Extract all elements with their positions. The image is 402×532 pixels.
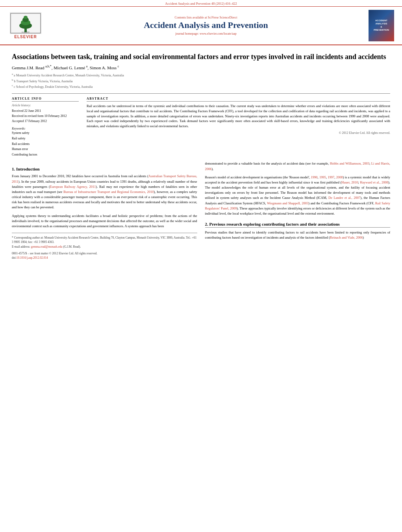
intro-right-para-1: demonstrated to provide a valuable basis… xyxy=(205,161,391,171)
journal-cover-image: ACCIDENT ANALYSIS & PREVENTION xyxy=(369,10,394,41)
abstract-text: Rail accidents can be understood in term… xyxy=(87,104,390,129)
svg-text:ELSEVIER: ELSEVIER xyxy=(22,31,30,33)
accepted-date: Accepted 17 February 2012 xyxy=(12,119,79,124)
intro-para-2: Applying systems theory to understanding… xyxy=(12,213,197,229)
previous-research-section: 2. Previous research exploring contribut… xyxy=(205,222,391,240)
body-left-column: 1. Introduction From January 2001 to Dec… xyxy=(12,161,197,260)
copyright-notice: © 2012 Elsevier Ltd. All rights reserved… xyxy=(87,131,390,135)
history-dates: Received 22 June 2011 Received in revise… xyxy=(12,109,79,124)
info-abstract-columns: ARTICLE INFO Article history: Received 2… xyxy=(12,93,390,157)
previous-para-1: Previous studies that have aimed to iden… xyxy=(205,230,391,240)
sciverse-link[interactable]: SciVerse ScienceDirect xyxy=(208,16,237,19)
intro-para-1: From January 2001 to December 2010, 392 … xyxy=(12,174,197,210)
journal-homepage: journal homepage: www.elsevier.com/locat… xyxy=(47,32,365,35)
authors-line: Gemma J.M. Read a,b,*, Michael G. Lenné … xyxy=(12,65,390,70)
keywords-section: Keywords: System safety Rail safety Rail… xyxy=(12,127,79,157)
previous-research-title: 2. Previous research exploring contribut… xyxy=(205,222,391,228)
footnote-email: E-mail address: gemma.read@monash.edu (G… xyxy=(12,245,197,249)
homepage-url[interactable]: www.elsevier.com/locate/aap xyxy=(200,32,237,35)
footnote-doi: doi:10.1016/j.aap.2012.02.014 xyxy=(12,256,197,260)
author-moss: Simon A. Moss c xyxy=(90,65,119,70)
body-right-column: demonstrated to provide a valuable basis… xyxy=(205,161,391,260)
footnote-corresponding: * Corresponding author at: Monash Univer… xyxy=(12,235,197,245)
affiliation-c: c c School of Psychology, Deakin Univers… xyxy=(12,83,390,89)
affiliation-b: b b Transport Safety Victoria, Victoria,… xyxy=(12,78,390,84)
sciverse-info: Contents lists available at SciVerse Sci… xyxy=(47,16,365,19)
intro-right-para-2: Reason's model of accident development i… xyxy=(205,175,391,216)
elsevier-brand: ELSEVIER xyxy=(14,35,37,39)
journal-citation: Accident Analysis and Prevention 48 (201… xyxy=(165,2,237,6)
elsevier-logo: ELSEVIER ELSEVIER xyxy=(8,12,43,39)
keyword-5: Contributing factors xyxy=(12,152,79,158)
keyword-2: Rail safety xyxy=(12,136,79,141)
journal-title: Accident Analysis and Prevention xyxy=(47,20,365,30)
history-label: Article history: xyxy=(12,104,79,107)
svg-point-4 xyxy=(24,16,28,19)
abstract-header: ABSTRACT xyxy=(87,97,390,102)
keyword-4: Human error xyxy=(12,146,79,152)
affiliations: a a Monash University Accident Research … xyxy=(12,72,390,89)
journal-center: Contents lists available at SciVerse Sci… xyxy=(47,16,365,35)
keyword-1: System safety xyxy=(12,130,79,136)
journal-cover: ACCIDENT ANALYSIS & PREVENTION xyxy=(369,10,394,41)
body-columns: 1. Introduction From January 2001 to Dec… xyxy=(12,161,390,260)
author-lenne: Michael G. Lenné a, xyxy=(54,65,89,70)
journal-top-bar: Accident Analysis and Prevention 48 (201… xyxy=(0,0,402,7)
footnote-area: * Corresponding author at: Monash Univer… xyxy=(12,233,197,260)
abstract-column: ABSTRACT Rail accidents can be understoo… xyxy=(87,97,390,157)
affiliation-a: a a Monash University Accident Research … xyxy=(12,72,390,78)
article-info-header: ARTICLE INFO xyxy=(12,97,79,102)
received-date: Received 22 June 2011 xyxy=(12,109,79,114)
intro-title: 1. Introduction xyxy=(12,167,197,171)
keywords-list: System safety Rail safety Rail accidents… xyxy=(12,130,79,157)
introduction-section: 1. Introduction From January 2001 to Dec… xyxy=(12,167,197,229)
journal-header: ELSEVIER ELSEVIER Contents lists availab… xyxy=(0,7,402,45)
keywords-label: Keywords: xyxy=(12,127,79,130)
main-content: Associations between task, training and … xyxy=(0,52,402,260)
revised-date: Received in revised form 10 February 201… xyxy=(12,114,79,119)
article-title: Associations between task, training and … xyxy=(12,52,390,61)
elsevier-tree-logo: ELSEVIER xyxy=(10,12,41,34)
keyword-3: Rail accidents xyxy=(12,141,79,147)
article-info-column: ARTICLE INFO Article history: Received 2… xyxy=(12,97,79,157)
footnote-issn: 0001-4575/$ – see front matter © 2012 El… xyxy=(12,251,197,256)
author-read: Gemma J.M. Read a,b,*, xyxy=(12,65,53,70)
